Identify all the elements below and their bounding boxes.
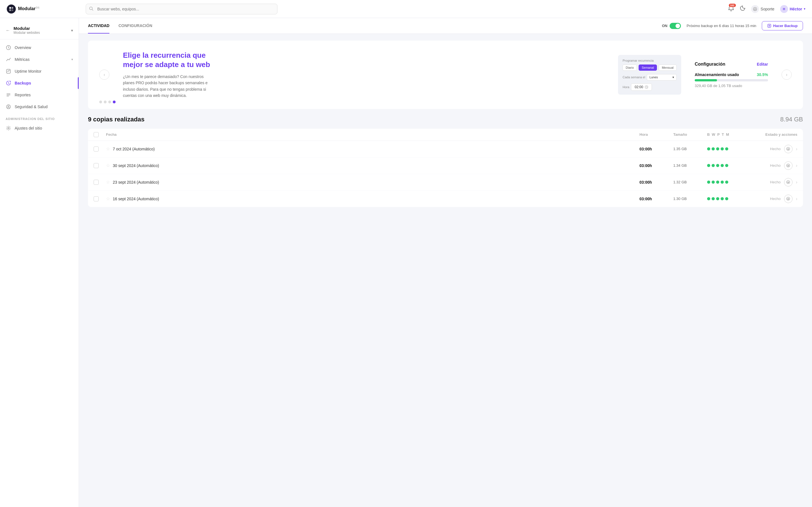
row-dots-1 — [707, 147, 747, 151]
dot-t-3 — [721, 180, 724, 184]
storage-progress-bg — [695, 79, 768, 81]
sidebar-item-reportes[interactable]: Reportes — [0, 89, 79, 101]
support-label: Soporte — [761, 7, 774, 11]
slide-next-button[interactable]: › — [781, 69, 792, 80]
row-size-4: 1.30 GB — [673, 196, 707, 201]
table-row: ☆ 16 sept 2024 (Automático) 03:00h 1.30 … — [88, 191, 803, 207]
row-download-4[interactable] — [784, 194, 793, 203]
row-chevron-4[interactable]: › — [796, 196, 797, 202]
slide-prev-button[interactable]: ‹ — [99, 69, 109, 80]
row-status-4: Hecho — [770, 196, 781, 201]
table-row: ☆ 23 sept 2024 (Automático) 03:00h 1.32 … — [88, 174, 803, 191]
dot-b-2 — [707, 164, 710, 167]
sidebar-item-backups-label: Backups — [15, 81, 31, 86]
backup-toggle[interactable] — [670, 23, 681, 29]
config-panel-title: Configuración — [695, 62, 725, 67]
rec-opt-semanal[interactable]: Semanal — [639, 64, 657, 71]
dot-3[interactable] — [108, 101, 111, 103]
search-input[interactable] — [86, 4, 277, 14]
row-dots-3 — [707, 180, 747, 184]
row-star-3[interactable]: ☆ — [106, 179, 110, 185]
row-date-text-1: 7 oct 2024 (Automático) — [113, 147, 155, 151]
sidebar-item-metricas[interactable]: Métricas ▾ — [0, 54, 79, 65]
sidebar-item-uptime[interactable]: Uptime Monitor — [0, 65, 79, 77]
toggle-label: ON — [662, 24, 668, 28]
rec-options: Diario Semanal Mensual — [622, 64, 677, 71]
row-checkbox-2[interactable] — [94, 163, 99, 168]
rec-time-input[interactable]: 02:00 — [631, 83, 652, 91]
svg-rect-1 — [11, 7, 13, 9]
row-size-3: 1.32 GB — [673, 180, 707, 184]
row-checkbox-3[interactable] — [94, 180, 99, 185]
sidebar-item-ajustes[interactable]: Ajustes del sitio — [0, 122, 79, 134]
dot-b-1 — [707, 147, 710, 151]
svg-rect-2 — [9, 9, 11, 11]
row-actions-1: Hecho › — [747, 145, 797, 153]
row-star-1[interactable]: ☆ — [106, 146, 110, 152]
row-star-2[interactable]: ☆ — [106, 163, 110, 168]
rec-day-select[interactable]: Lunes ▾ — [647, 74, 677, 80]
edit-config-link[interactable]: Editar — [757, 62, 768, 66]
hacer-backup-button[interactable]: Hacer Backup — [762, 21, 803, 31]
dot-b-4 — [707, 197, 710, 200]
row-dots-4 — [707, 197, 747, 200]
download-icon-4 — [786, 197, 790, 201]
row-star-4[interactable]: ☆ — [106, 196, 110, 202]
dot-m-3 — [725, 180, 728, 184]
sidebar-item-backups[interactable]: Backups — [0, 77, 79, 89]
dot-m-2 — [725, 164, 728, 167]
tab-configuracion[interactable]: CONFIGURACIÓN — [118, 18, 152, 34]
row-chevron-3[interactable]: › — [796, 180, 797, 185]
row-time-3: 03:00h — [640, 180, 673, 184]
row-checkbox-4[interactable] — [94, 196, 99, 202]
dot-m-4 — [725, 197, 728, 200]
dark-mode-button[interactable] — [740, 5, 746, 12]
row-chevron-2[interactable]: › — [796, 163, 797, 168]
metricas-icon — [6, 57, 11, 62]
rec-opt-diario[interactable]: Diario — [622, 64, 637, 71]
dot-b-3 — [707, 180, 710, 184]
sidebar-item-seguridad[interactable]: Seguridad & Salud — [0, 101, 79, 113]
top-nav: ModularDS 162 Soporte H Héctor ▾ — [0, 0, 812, 18]
tab-actividad[interactable]: ACTIVIDAD — [88, 18, 109, 34]
dot-2[interactable] — [104, 101, 107, 103]
svg-line-5 — [92, 9, 93, 10]
rec-hora-label: Hora — [622, 86, 629, 89]
col-fecha: Fecha — [106, 132, 640, 136]
slide-title: Elige la recurrencia que mejor se adapte… — [123, 51, 219, 69]
support-button[interactable]: Soporte — [751, 5, 774, 13]
site-name: Modular — [13, 26, 40, 31]
row-actions-3: Hecho › — [747, 178, 797, 186]
storage-used-text: 329,40 GB de 1,05 TB usado — [695, 83, 768, 88]
rec-opt-mensual[interactable]: Mensual — [659, 64, 677, 71]
svg-point-15 — [8, 128, 9, 129]
slide-description: ¿Un mes te parece demasiado? Con nuestro… — [123, 73, 213, 99]
notifications-button[interactable]: 162 — [728, 5, 734, 12]
row-time-2: 03:00h — [640, 163, 673, 168]
row-checkbox-1[interactable] — [94, 147, 99, 152]
storage-label-row: Almacenamiento usado 30.5% — [695, 72, 768, 77]
row-download-3[interactable] — [784, 178, 793, 186]
dot-1[interactable] — [99, 101, 102, 103]
user-name: Héctor — [790, 7, 802, 11]
row-actions-4: Hecho › — [747, 194, 797, 203]
dot-p-3 — [716, 180, 719, 184]
logo[interactable]: ModularDS — [7, 4, 86, 13]
select-all-checkbox[interactable] — [94, 132, 99, 137]
storage-text: Almacenamiento usado — [695, 72, 739, 77]
config-header: Configuración Editar — [695, 62, 768, 67]
row-download-1[interactable] — [784, 145, 793, 153]
sidebar-item-ajustes-label: Ajustes del sitio — [15, 126, 42, 130]
dot-4[interactable] — [113, 101, 116, 103]
sidebar-item-overview[interactable]: Overview — [0, 42, 79, 54]
col-tamano: Tamaño — [673, 132, 707, 136]
tab-actions: ON Próximo backup en 6 días 11 horas 15 … — [662, 21, 803, 31]
row-download-2[interactable] — [784, 161, 793, 170]
dot-w-1 — [712, 147, 715, 151]
logo-suffix: DS — [36, 6, 40, 9]
dot-m-1 — [725, 147, 728, 151]
row-time-1: 03:00h — [640, 147, 673, 151]
user-menu-button[interactable]: H Héctor ▾ — [780, 5, 805, 13]
row-chevron-1[interactable]: › — [796, 147, 797, 152]
site-selector[interactable]: ← Modular Modular websites ▾ — [0, 22, 79, 40]
